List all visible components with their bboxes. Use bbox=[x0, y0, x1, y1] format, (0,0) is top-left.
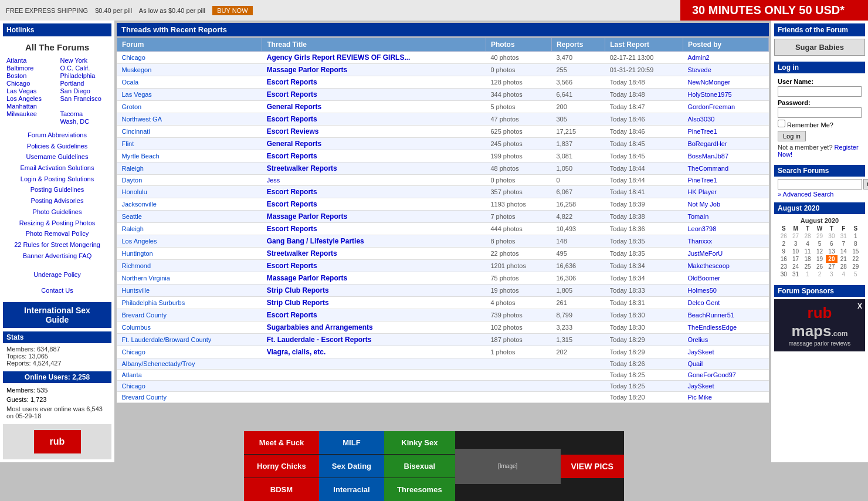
calendar-day[interactable]: 9 bbox=[778, 248, 789, 255]
thread-title-link[interactable]: General Reports bbox=[267, 140, 321, 148]
link-removal[interactable]: Photo Removal Policy bbox=[6, 228, 108, 239]
link-advisories[interactable]: Posting Advisories bbox=[6, 195, 108, 207]
calendar-day[interactable]: 14 bbox=[838, 248, 849, 255]
city-sandiego[interactable]: San Diego bbox=[60, 87, 108, 94]
ad-btn-meet-fuck[interactable]: Meet & Fuck bbox=[244, 431, 319, 454]
calendar-day[interactable]: 24 bbox=[789, 263, 801, 270]
calendar-day[interactable]: 1 bbox=[802, 270, 813, 278]
thread-title-link[interactable]: Escort Reports bbox=[267, 90, 317, 99]
posted-by-link[interactable]: PineTree1 bbox=[687, 177, 717, 184]
posted-by-link[interactable]: Also3030 bbox=[687, 116, 714, 123]
thread-title-link[interactable]: General Reports bbox=[267, 103, 321, 111]
thread-title-link[interactable]: Escort Reports bbox=[267, 225, 317, 233]
forum-link[interactable]: Philadelphia Surburbs bbox=[122, 299, 185, 306]
calendar-day[interactable]: 2 bbox=[813, 270, 825, 278]
thread-title-link[interactable]: Escort Reports bbox=[267, 188, 317, 196]
calendar-day[interactable]: 10 bbox=[789, 248, 801, 255]
calendar-day[interactable]: 26 bbox=[778, 232, 789, 240]
forum-link[interactable]: Flint bbox=[122, 140, 134, 147]
city-baltimore[interactable]: Baltimore bbox=[6, 65, 55, 72]
forum-link[interactable]: Columbus bbox=[122, 324, 151, 331]
calendar-day[interactable]: 15 bbox=[850, 248, 862, 255]
calendar-day[interactable]: 5 bbox=[850, 270, 862, 278]
calendar-day[interactable]: 26 bbox=[813, 263, 825, 270]
forum-link[interactable]: Albany/Schenectady/Troy bbox=[122, 360, 195, 367]
link-underage[interactable]: Underage Policy bbox=[6, 269, 108, 280]
link-22rules[interactable]: 22 Rules for Street Mongering bbox=[6, 239, 108, 250]
calendar-day[interactable]: 7 bbox=[838, 240, 849, 248]
thread-title-link[interactable]: Massage Parlor Reports bbox=[267, 66, 347, 74]
link-banner[interactable]: Banner Advertising FAQ bbox=[6, 250, 108, 262]
forum-link[interactable]: Groton bbox=[122, 103, 142, 110]
posted-by-link[interactable]: Orelius bbox=[687, 336, 708, 343]
calendar-day[interactable]: 27 bbox=[826, 263, 838, 270]
link-forum-abbreviations[interactable]: Forum Abbreviations bbox=[6, 130, 108, 141]
thread-title-link[interactable]: Escort Reports bbox=[267, 262, 317, 270]
username-input[interactable] bbox=[778, 86, 862, 97]
forum-link[interactable]: Chicago bbox=[122, 348, 145, 356]
posted-by-link[interactable]: Quail bbox=[687, 360, 703, 367]
calendar-day[interactable]: 29 bbox=[813, 232, 825, 240]
link-photo[interactable]: Photo Guidelines bbox=[6, 207, 108, 218]
calendar-day[interactable]: 21 bbox=[838, 255, 849, 263]
remember-me-checkbox[interactable] bbox=[778, 120, 785, 127]
calendar-day[interactable]: 13 bbox=[826, 248, 838, 255]
posted-by-link[interactable]: Admin2 bbox=[687, 54, 709, 61]
calendar-day[interactable]: 28 bbox=[838, 263, 849, 270]
calendar-day[interactable]: 29 bbox=[850, 263, 862, 270]
calendar-day[interactable]: 31 bbox=[838, 232, 849, 240]
posted-by-link[interactable]: PineTree1 bbox=[687, 128, 717, 135]
calendar-day[interactable]: 3 bbox=[789, 240, 801, 248]
forum-link[interactable]: Ft. Lauderdale/Broward County bbox=[122, 336, 212, 343]
posted-by-link[interactable]: GordonFreeman bbox=[687, 103, 735, 110]
posted-by-link[interactable]: Pic Mike bbox=[687, 394, 712, 401]
calendar-day[interactable]: 11 bbox=[802, 248, 813, 255]
posted-by-link[interactable]: TheEndlessEdge bbox=[687, 324, 737, 331]
calendar-day[interactable]: 28 bbox=[802, 232, 813, 240]
thread-title-link[interactable]: Strip Club Reports bbox=[267, 299, 329, 307]
posted-by-link[interactable]: JustMeForU bbox=[687, 250, 723, 257]
posted-by-link[interactable]: BeachRunner51 bbox=[687, 312, 734, 319]
link-contact[interactable]: Contact Us bbox=[6, 285, 108, 296]
forum-link[interactable]: Cincinnati bbox=[122, 128, 150, 135]
login-button[interactable]: Log in bbox=[778, 131, 806, 141]
posted-by-link[interactable]: Thanxxx bbox=[687, 238, 712, 245]
posted-by-link[interactable]: NewNcMonger bbox=[687, 79, 730, 86]
search-button[interactable]: Go bbox=[863, 179, 868, 189]
forum-link[interactable]: Raleigh bbox=[122, 225, 144, 232]
forum-link[interactable]: Myrtle Beach bbox=[122, 153, 160, 160]
posted-by-link[interactable]: JaySkeet bbox=[687, 348, 714, 356]
thread-title-link[interactable]: Escort Reports bbox=[267, 115, 317, 123]
calendar-day[interactable]: 27 bbox=[789, 232, 801, 240]
calendar-day[interactable]: 4 bbox=[802, 240, 813, 248]
thread-title-link[interactable]: Escort Reports bbox=[267, 78, 317, 86]
city-sanfrancisco[interactable]: San Francisco bbox=[60, 95, 108, 102]
thread-title-link[interactable]: Escort Reports bbox=[267, 152, 317, 160]
posted-by-link[interactable]: BossManJb87 bbox=[687, 153, 728, 160]
calendar-day[interactable]: 30 bbox=[778, 270, 789, 278]
buy-now-button[interactable]: BUY NOW bbox=[212, 6, 252, 15]
link-resizing[interactable]: Resizing & Posting Photos bbox=[6, 218, 108, 229]
posted-by-link[interactable]: OldBoomer bbox=[687, 275, 720, 282]
link-username[interactable]: Username Guidelines bbox=[6, 151, 108, 163]
calendar-day[interactable]: 3 bbox=[826, 270, 838, 278]
thread-title-link[interactable]: Streetwalker Reports bbox=[267, 164, 337, 172]
thread-title-link[interactable]: Strip Club Reports bbox=[267, 286, 329, 294]
view-pics-button[interactable]: VIEW PICS bbox=[561, 455, 624, 462]
ad-btn-kinky[interactable]: Kinky Sex bbox=[384, 431, 455, 454]
city-manhattan[interactable]: Manhattan bbox=[6, 103, 55, 110]
posted-by-link[interactable]: HK Player bbox=[687, 188, 717, 195]
city-losangeles[interactable]: Los Angeles bbox=[6, 95, 55, 102]
calendar-day[interactable]: 25 bbox=[802, 263, 813, 270]
link-email[interactable]: Email Activation Solutions bbox=[6, 163, 108, 174]
calendar-day[interactable]: 4 bbox=[838, 270, 849, 278]
thread-title-link[interactable]: Massage Parlor Reports bbox=[267, 274, 347, 282]
forum-link[interactable]: Atlanta bbox=[122, 371, 142, 378]
calendar-day[interactable]: 8 bbox=[850, 240, 862, 248]
city-portland[interactable]: Portland bbox=[60, 80, 108, 87]
forum-link[interactable]: Northwest GA bbox=[122, 116, 162, 123]
thread-title-link[interactable]: Massage Parlor Reports bbox=[267, 212, 347, 221]
ad-btn-horny[interactable]: Horny Chicks bbox=[244, 455, 319, 462]
city-tacoma[interactable]: Tacoma bbox=[60, 110, 108, 117]
posted-by-link[interactable]: HolyStone1975 bbox=[687, 91, 731, 98]
